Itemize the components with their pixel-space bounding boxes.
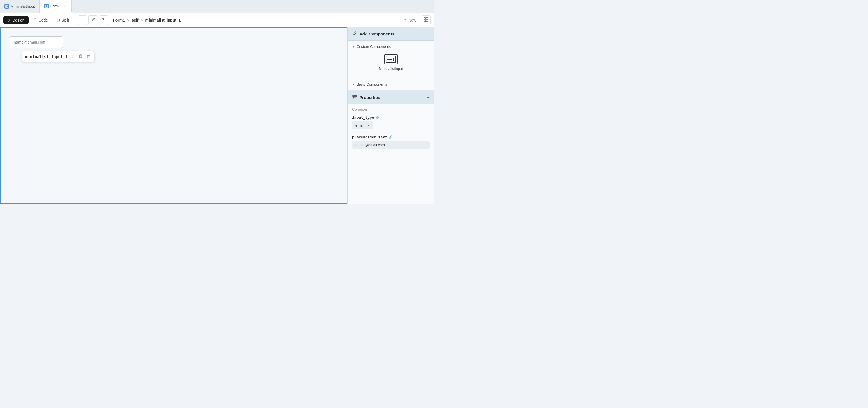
design-icon: ✈ — [7, 18, 11, 22]
code-icon: ☰ — [34, 18, 37, 22]
basic-components-section: ▼ Basic Components — [348, 78, 434, 91]
add-components-title: Add Components — [352, 31, 394, 37]
chevron-down-icon-basic: ▼ — [352, 83, 355, 86]
minimalist-input-label: MinimalistInput — [379, 66, 403, 71]
custom-components-label: Custom Components — [356, 44, 391, 49]
basic-components-label: Basic Components — [356, 82, 387, 86]
split-icon: ⊞ — [57, 18, 60, 22]
svg-point-13 — [89, 56, 89, 57]
properties-section: Properties − Common input_type 🔗 email ▼ — [348, 91, 434, 152]
placeholder-text-property: placeholder_text 🔗 name@email.com — [348, 132, 434, 152]
breadcrumb-self: self — [132, 18, 138, 22]
tab-form1[interactable]: Form1 × — [40, 0, 72, 12]
input-type-link-icon: 🔗 — [376, 116, 379, 119]
svg-rect-18 — [393, 58, 394, 61]
design-button[interactable]: ✈ Design — [3, 16, 29, 24]
right-panel: Add Components − ▼ Custom Components Mi — [347, 27, 434, 204]
properties-sliders-icon — [352, 94, 357, 100]
properties-label: Properties — [360, 95, 380, 100]
chevron-down-icon: ▼ — [352, 45, 355, 48]
component-tooltip: minimalist_input_1 — [22, 51, 95, 62]
settings-component-button[interactable] — [86, 54, 91, 60]
grid-view-button[interactable] — [421, 15, 431, 25]
edit-component-button[interactable] — [70, 54, 75, 60]
canvas-inner: minimalist_input_1 — [1, 28, 347, 57]
tab-icon-minimalist — [4, 4, 9, 9]
properties-header: Properties − — [348, 91, 434, 104]
more-options-icon: ⋯ — [80, 17, 85, 23]
svg-rect-5 — [426, 18, 428, 19]
breadcrumb-sep2: > — [141, 18, 143, 22]
custom-components-toggle[interactable]: ▼ Custom Components — [352, 43, 430, 50]
placeholder-text-label: placeholder_text 🔗 — [352, 135, 430, 139]
svg-rect-4 — [424, 18, 426, 19]
toolbar-divider-1 — [75, 17, 75, 24]
undo-icon: ↺ — [91, 17, 95, 23]
properties-common-label: Common — [348, 104, 434, 113]
minimalist-input-component[interactable]: MinimalistInput — [352, 50, 430, 75]
toolbar: ✈ Design ☰ Code ⊞ Split ⋯ ↺ ↻ Form1 > se… — [0, 13, 434, 27]
new-label: New — [408, 18, 416, 22]
svg-rect-6 — [424, 20, 426, 22]
properties-title: Properties — [352, 94, 380, 100]
code-button[interactable]: ☰ Code — [30, 16, 52, 24]
input-type-value: email — [355, 123, 364, 127]
main-layout: minimalist_input_1 — [0, 27, 434, 204]
grid-icon — [424, 17, 428, 23]
svg-point-12 — [88, 55, 88, 56]
new-button[interactable]: ✦ New — [399, 15, 420, 24]
basic-components-toggle[interactable]: ▼ Basic Components — [352, 81, 430, 88]
svg-point-15 — [353, 34, 354, 35]
input-type-property: input_type 🔗 email ▼ — [348, 113, 434, 132]
svg-point-14 — [88, 57, 88, 58]
breadcrumb: Form1 > self > minimalist_input_1 — [113, 18, 398, 22]
component-name-label: minimalist_input_1 — [25, 55, 68, 59]
add-components-header: Add Components − — [348, 27, 434, 40]
chevron-down-icon-dropdown: ▼ — [367, 124, 370, 127]
breadcrumb-component: minimalist_input_1 — [145, 18, 181, 22]
tab-bar: MinimalistInput Form1 × — [0, 0, 434, 13]
canvas-area[interactable]: minimalist_input_1 — [0, 27, 347, 204]
properties-collapse[interactable]: − — [427, 94, 430, 100]
tab-icon-form1 — [44, 4, 49, 8]
breadcrumb-form: Form1 — [113, 18, 125, 22]
canvas-email-input[interactable] — [9, 36, 63, 48]
input-type-label-text: input_type — [352, 116, 374, 120]
wrench-icon — [352, 31, 357, 37]
delete-component-button[interactable] — [78, 54, 83, 60]
tab-label-form1: Form1 — [50, 4, 61, 8]
tab-close-form1[interactable]: × — [62, 4, 67, 8]
add-components-collapse[interactable]: − — [427, 31, 430, 37]
input-type-label: input_type 🔗 — [352, 116, 430, 120]
component-wrapper: minimalist_input_1 — [9, 36, 63, 48]
svg-rect-7 — [426, 20, 428, 22]
breadcrumb-sep1: > — [127, 18, 129, 22]
new-plus-icon: ✦ — [403, 17, 407, 23]
placeholder-text-label-text: placeholder_text — [352, 135, 387, 139]
split-label: Split — [61, 18, 69, 22]
add-components-label: Add Components — [360, 32, 394, 36]
svg-point-23 — [354, 96, 356, 97]
input-type-dropdown[interactable]: email ▼ — [352, 121, 373, 129]
redo-icon: ↻ — [102, 17, 105, 23]
undo-button[interactable]: ↺ — [88, 15, 98, 25]
tab-minimalist-input[interactable]: MinimalistInput — [0, 0, 40, 12]
component-card-icon — [384, 54, 398, 64]
design-label: Design — [12, 18, 25, 22]
code-label: Code — [38, 18, 48, 22]
redo-button[interactable]: ↻ — [99, 15, 108, 25]
tab-label-minimalist: MinimalistInput — [11, 4, 35, 8]
placeholder-text-value: name@email.com — [352, 141, 430, 149]
split-button[interactable]: ⊞ Split — [53, 16, 73, 24]
svg-point-24 — [353, 97, 354, 98]
svg-point-22 — [353, 95, 354, 96]
custom-components-section: ▼ Custom Components MinimalistInput — [348, 40, 434, 78]
placeholder-link-icon: 🔗 — [389, 135, 393, 139]
more-options-button[interactable]: ⋯ — [78, 15, 87, 25]
